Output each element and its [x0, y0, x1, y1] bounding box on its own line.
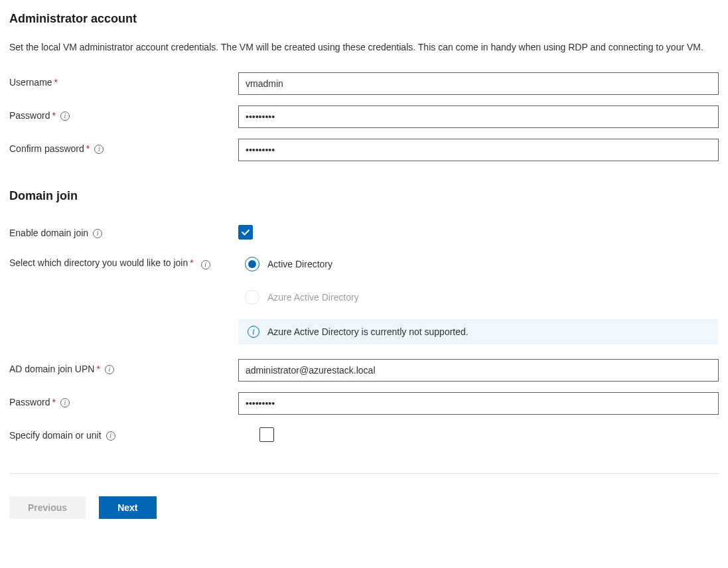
required-asterisk: * — [52, 396, 55, 408]
username-input[interactable] — [238, 72, 719, 95]
required-asterisk: * — [96, 363, 100, 375]
radio-azure-active-directory: Azure Active Directory — [245, 290, 719, 305]
enable-domain-join-label: Enable domain join — [9, 227, 88, 239]
info-icon[interactable]: i — [106, 431, 115, 441]
specify-domain-checkbox[interactable] — [259, 427, 274, 442]
next-button[interactable]: Next — [99, 496, 156, 519]
ad-password-input[interactable] — [238, 392, 719, 415]
info-icon: i — [248, 326, 259, 338]
required-asterisk: * — [86, 143, 90, 155]
info-icon[interactable]: i — [201, 260, 210, 269]
domain-join-heading: Domain join — [9, 189, 719, 203]
footer-separator — [9, 473, 719, 474]
info-message-bar: i Azure Active Directory is currently no… — [238, 319, 719, 344]
radio-circle-icon — [245, 257, 259, 271]
required-asterisk: * — [54, 76, 58, 88]
confirm-password-input[interactable] — [238, 139, 719, 161]
directory-select-label: Select which directory you would like to… — [9, 257, 188, 268]
admin-account-description: Set the local VM administrator account c… — [9, 40, 706, 54]
info-icon[interactable]: i — [60, 398, 70, 407]
ad-password-label: Password — [9, 396, 50, 408]
password-label: Password — [9, 109, 50, 121]
username-label: Username — [9, 76, 52, 88]
admin-account-heading: Administrator account — [9, 12, 719, 26]
radio-circle-icon — [245, 290, 259, 305]
ad-upn-label: AD domain join UPN — [9, 363, 94, 375]
required-asterisk: * — [52, 109, 55, 121]
info-message-text: Azure Active Directory is currently not … — [267, 326, 469, 337]
info-icon[interactable]: i — [94, 145, 104, 154]
required-asterisk: * — [190, 257, 193, 268]
confirm-password-label: Confirm password — [9, 143, 84, 155]
info-icon[interactable]: i — [60, 111, 70, 121]
password-input[interactable] — [238, 106, 719, 128]
enable-domain-join-checkbox[interactable] — [238, 225, 253, 240]
radio-active-directory[interactable]: Active Directory — [245, 257, 719, 271]
info-icon[interactable]: i — [105, 365, 114, 374]
ad-upn-input[interactable] — [238, 359, 719, 382]
radio-label-ad: Active Directory — [267, 259, 332, 269]
radio-label-aad: Azure Active Directory — [267, 292, 359, 303]
info-icon[interactable]: i — [93, 229, 102, 238]
previous-button[interactable]: Previous — [9, 496, 86, 519]
specify-domain-label: Specify domain or unit — [9, 429, 102, 441]
